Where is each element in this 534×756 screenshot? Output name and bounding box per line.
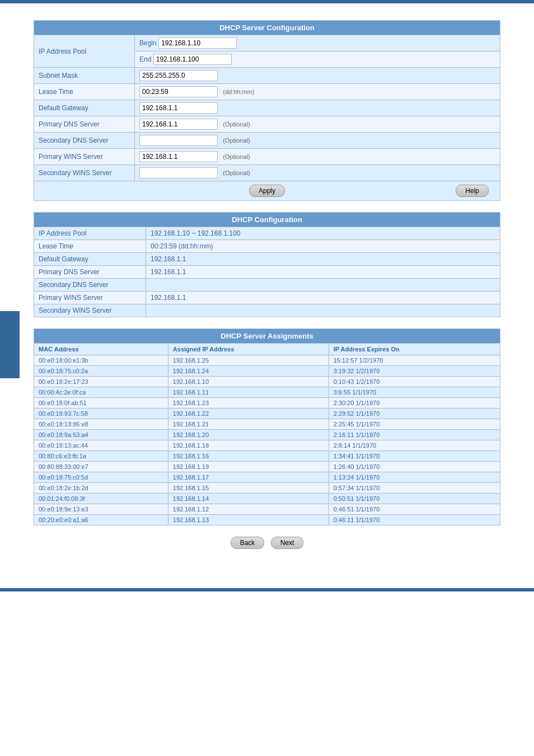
ip-pool-end-input[interactable] (153, 54, 232, 65)
ip-pool-label: IP Address Pool (34, 35, 135, 68)
dhcp-display-label: Secondary DNS Server (34, 279, 146, 292)
primary-wins-cell: (Optional) (135, 149, 500, 165)
dhcp-config-display-table: DHCP Configuration IP Address Pool192.16… (34, 212, 500, 317)
assignment-mac: 00:e0:18:9e:13:e3 (34, 504, 168, 515)
assignment-row: 00:e0:18:13:86:e8192.168.1.212:25:45 1/1… (34, 419, 500, 430)
assignment-expires: 1:26:40 1/1/1970 (329, 462, 500, 472)
ip-pool-begin-cell: Begin (135, 35, 500, 51)
assignment-mac: 00:e0:18:9a:53:a4 (34, 430, 168, 440)
dhcp-server-config-header: DHCP Server Configuration (34, 21, 500, 35)
assignment-mac: 00:e0:18:2e:17:23 (34, 377, 168, 387)
dhcp-display-value (146, 304, 500, 317)
assignment-row: 00:e0:18:2e:1b:2d192.168.1.150:57:34 1/1… (34, 483, 500, 494)
assignment-row: 00:e0:18:13:ac:44192.168.1.182:8:14 1/1/… (34, 440, 500, 451)
assignment-expires: 1:13:24 1/1/1970 (329, 472, 500, 483)
assignment-mac: 00:80:88:33:00:e7 (34, 462, 168, 472)
assignment-expires: 0:57:34 1/1/1970 (329, 483, 500, 494)
lease-time-input[interactable] (139, 86, 218, 97)
subnet-mask-cell (135, 68, 500, 84)
secondary-wins-optional: (Optional) (223, 170, 250, 176)
assignment-ip: 192.168.1.14 (168, 494, 329, 504)
assignment-ip: 192.168.1.12 (168, 504, 329, 515)
lease-time-hint: (dd:hh:mm) (223, 88, 254, 95)
primary-wins-label: Primary WINS Server (34, 149, 135, 165)
dhcp-assignments-table: DHCP Server Assignments MAC Address Assi… (34, 328, 500, 525)
end-label: End (139, 55, 151, 63)
help-button[interactable]: Help (456, 185, 489, 197)
default-gateway-row: Default Gateway (34, 100, 500, 116)
secondary-wins-label: Secondary WINS Server (34, 165, 135, 181)
dhcp-display-label: Primary WINS Server (34, 292, 146, 304)
secondary-wins-input[interactable] (139, 167, 218, 179)
assignment-row: 00:e0:18:9e:13:e3192.168.1.120:46:51 1/1… (34, 504, 500, 515)
primary-dns-cell: (Optional) (135, 116, 500, 133)
dhcp-display-value: 192.168.1.1 (146, 253, 500, 266)
secondary-dns-cell: (Optional) (135, 133, 500, 149)
assignment-expires: 2:25:45 1/1/1970 (329, 419, 500, 430)
dhcp-display-value (146, 279, 500, 292)
assignment-row: 00:e0:18:93:7c:58192.168.1.222:29:52 1/1… (34, 408, 500, 419)
dhcp-display-row: Default Gateway192.168.1.1 (34, 253, 500, 266)
lease-time-cell: (dd:hh:mm) (135, 84, 500, 100)
secondary-wins-row: Secondary WINS Server (Optional) (34, 165, 500, 181)
dhcp-display-row: IP Address Pool192.168.1.10 ~ 192.168.1.… (34, 227, 500, 240)
default-gateway-label: Default Gateway (34, 100, 135, 116)
assignment-ip: 192.168.1.19 (168, 462, 329, 472)
ip-pool-end-cell: End (135, 51, 500, 68)
assignment-row: 00:e0:18:9a:53:a4192.168.1.202:16:11 1/1… (34, 430, 500, 440)
assignment-ip: 192.168.1.20 (168, 430, 329, 440)
default-gateway-input[interactable] (139, 102, 218, 114)
assignment-ip: 192.168.1.21 (168, 419, 329, 430)
ip-pool-begin-input[interactable] (158, 37, 237, 49)
assignment-expires: 2:30:20 1/1/1970 (329, 398, 500, 408)
primary-wins-input[interactable] (139, 151, 218, 162)
assignment-row: 00:e0:18:0f:ab:51192.168.1.232:30:20 1/1… (34, 398, 500, 408)
dhcp-display-value: 00:23:59 (dd:hh:mm) (146, 240, 500, 253)
assignment-ip: 192.168.1.11 (168, 387, 329, 398)
assignment-mac: 00:e0:18:93:7c:58 (34, 408, 168, 419)
dhcp-display-label: IP Address Pool (34, 227, 146, 240)
assignment-ip: 192.168.1.13 (168, 515, 329, 525)
apply-button[interactable]: Apply (249, 185, 285, 197)
default-gateway-cell (135, 100, 500, 116)
assignment-ip: 192.168.1.25 (168, 355, 329, 366)
lease-time-label: Lease Time (34, 84, 135, 100)
subnet-mask-label: Subnet Mask (34, 68, 135, 84)
ip-pool-row: IP Address Pool Begin (34, 35, 500, 51)
next-button[interactable]: Next (271, 537, 304, 549)
dhcp-server-config-table: DHCP Server Configuration IP Address Poo… (34, 20, 500, 201)
assignment-ip: 192.168.1.10 (168, 377, 329, 387)
expires-col-header: IP Address Expires On (329, 344, 500, 355)
mac-col-header: MAC Address (34, 344, 168, 355)
lease-time-row: Lease Time (dd:hh:mm) (34, 84, 500, 100)
assignment-ip: 192.168.1.16 (168, 451, 329, 462)
dhcp-display-row: Secondary DNS Server (34, 279, 500, 292)
assignment-expires: 3:6:55 1/1/1970 (329, 387, 500, 398)
subnet-mask-input[interactable] (139, 70, 218, 81)
subnet-mask-row: Subnet Mask (34, 68, 500, 84)
dhcp-config-display-header: DHCP Configuration (34, 213, 500, 227)
assignment-row: 00:01:24:f0:08:3f192.168.1.140:50:51 1/1… (34, 494, 500, 504)
assignment-expires: 0:50:51 1/1/1970 (329, 494, 500, 504)
ip-col-header: Assigned IP Address (168, 344, 329, 355)
assignment-expires: 0:46:11 1/1/1970 (329, 515, 500, 525)
primary-dns-optional: (Optional) (223, 121, 250, 128)
secondary-dns-input[interactable] (139, 135, 218, 146)
primary-wins-row: Primary WINS Server (Optional) (34, 149, 500, 165)
config-button-cell: Apply Help (34, 181, 500, 201)
secondary-dns-optional: (Optional) (223, 137, 250, 144)
assignment-ip: 192.168.1.23 (168, 398, 329, 408)
assignments-col-header-row: MAC Address Assigned IP Address IP Addre… (34, 344, 500, 355)
dhcp-display-value: 192.168.1.1 (146, 292, 500, 304)
assignment-mac: 00:e0:18:2e:1b:2d (34, 483, 168, 494)
dhcp-display-value: 192.168.1.1 (146, 266, 500, 279)
assignment-row: 00:e0:18:00:e1:3b192.168.1.2515:12:57 1/… (34, 355, 500, 366)
dhcp-display-label: Secondary WINS Server (34, 304, 146, 317)
dhcp-display-label: Default Gateway (34, 253, 146, 266)
assignment-mac: 00:e0:18:0f:ab:51 (34, 398, 168, 408)
back-button[interactable]: Back (231, 537, 265, 549)
primary-dns-input[interactable] (139, 119, 218, 130)
assignment-mac: 00:00:4c:2e:0f:ca (34, 387, 168, 398)
assignment-row: 00:80:c6:e3:fb:1a192.168.1.161:34:41 1/1… (34, 451, 500, 462)
assignment-expires: 0:46:51 1/1/1970 (329, 504, 500, 515)
